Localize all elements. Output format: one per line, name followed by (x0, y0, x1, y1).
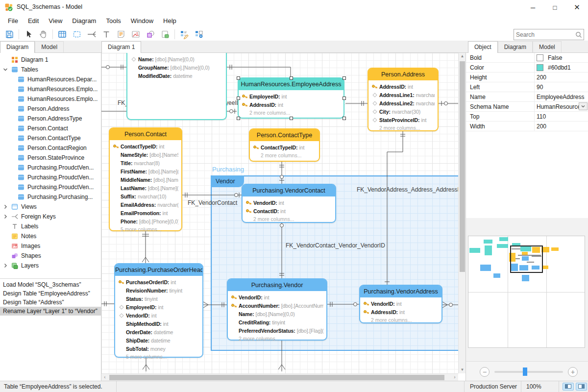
history-item[interactable]: Load Model “SQL_3schemas” (0, 280, 101, 289)
menu-tools[interactable]: Tools (101, 15, 125, 27)
selection-handle[interactable] (343, 76, 346, 80)
property-value[interactable]: HumanResources (534, 102, 588, 111)
sidebar-item-person-contacttype[interactable]: Person.ContactType (0, 133, 101, 143)
selection-handle[interactable] (343, 97, 346, 100)
diagram-table-person-contact[interactable]: Person.ContactContactTypeID:intNameStyle… (109, 127, 182, 231)
property-value[interactable]: 90 (534, 82, 588, 92)
sidebar-item-person-contact[interactable]: Person.Contact (0, 123, 101, 133)
sidebar-item-humanresources-emplo-[interactable]: HumanResources.Emplo... (0, 94, 101, 104)
diagram-table-person-contacttype[interactable]: Person.ContactTypeContactTypeID:int2 mor… (249, 128, 320, 162)
property-row-width[interactable]: Width200 (466, 122, 588, 131)
status-server[interactable]: Production Server (470, 381, 517, 392)
overview-minimap[interactable] (468, 236, 585, 348)
save-icon[interactable] (2, 28, 17, 40)
table-title[interactable]: Person.Contact (110, 128, 181, 140)
checkbox[interactable] (537, 54, 543, 61)
color-swatch[interactable] (537, 64, 543, 71)
diagram-canvas[interactable]: Vendor Purchasing FK_EmployeeAddress_Emp… (101, 53, 458, 373)
sidebar-item-purchasing-proudctven-[interactable]: Purchasing.ProudctVen... (0, 182, 101, 192)
menu-diagram[interactable]: Diagram (67, 15, 101, 27)
diagram-table-purchase-order-header[interactable]: Purchasing.PurchaseOrderHeaderPurchaseOr… (114, 263, 203, 358)
minimize-button[interactable]: ─ (522, 0, 544, 15)
zoom-slider-handle[interactable] (523, 368, 527, 376)
menu-edit[interactable]: Edit (23, 15, 44, 27)
table-title[interactable]: Purchasing.Vendor (228, 279, 326, 291)
search-input[interactable] (514, 31, 574, 38)
sidebar-item-person-stateprovince[interactable]: Person.StateProvince (0, 153, 101, 163)
sidebar-item-humanresources-emplo-[interactable]: HumanResources.Emplo... (0, 84, 101, 94)
canvas-tab-diagram-1[interactable]: Diagram 1 (101, 41, 141, 53)
table-title[interactable]: Person.ContactType (250, 129, 319, 141)
chevron-down-icon[interactable] (2, 66, 11, 73)
diagram-table-person-address[interactable]: Person.AddressAddressID:intAddressLine1:… (368, 68, 439, 131)
chevron-right-icon[interactable] (2, 203, 11, 210)
selection-icon[interactable] (70, 28, 84, 40)
dropdown-arrow-icon[interactable] (579, 102, 588, 110)
scroll-left-icon[interactable]: ‹ (101, 374, 108, 381)
sidebar-item-person-address[interactable]: Person.Address (0, 104, 101, 114)
property-value[interactable]: False (534, 53, 588, 62)
scroll-down-icon[interactable]: ▼ (459, 367, 466, 373)
scroll-right-icon[interactable]: › (451, 374, 458, 381)
toggle-left-panel-icon[interactable] (563, 383, 574, 391)
property-value[interactable]: EmployeeAddress (534, 92, 588, 101)
property-row-color[interactable]: Color#60dbd1 (466, 63, 588, 73)
property-value[interactable]: 200 (534, 122, 588, 131)
table-title[interactable]: Purchasing.VendorContact (243, 185, 335, 196)
panel-tab-diagram[interactable]: Diagram (498, 41, 533, 52)
diagram-table-vendor-address[interactable]: Purchasing.VendorAddressVendorID:intAddr… (359, 285, 442, 323)
history-item[interactable]: Design Table “Address” (0, 298, 101, 307)
chevron-right-icon[interactable] (2, 262, 11, 269)
property-row-height[interactable]: Height200 (466, 73, 588, 82)
selection-handle[interactable] (290, 76, 293, 80)
sidebar-item-images[interactable]: Images (0, 241, 101, 251)
selection-handle[interactable] (290, 117, 293, 120)
label-icon[interactable] (99, 28, 114, 40)
zoom-slider-track[interactable] (494, 371, 563, 373)
menu-help[interactable]: Help (158, 15, 181, 27)
property-row-bold[interactable]: BoldFalse (466, 53, 588, 63)
property-value[interactable]: #60dbd1 (534, 63, 588, 72)
sidebar-item-views[interactable]: Views (0, 202, 101, 212)
menu-window[interactable]: Window (126, 15, 158, 27)
chevron-right-icon[interactable] (2, 213, 11, 220)
selection-handle[interactable] (237, 76, 240, 80)
table-title[interactable]: HumanResources.EmployeeAddress (239, 78, 343, 90)
sidebar-item-diagram-1[interactable]: Diagram 1 (0, 55, 101, 65)
sidebar-item-foreign-keys[interactable]: Foreign Keys (0, 212, 101, 221)
property-row-left[interactable]: Left90 (466, 82, 588, 92)
fk-label[interactable]: FK_VendorContact_Vendor_VendorID (286, 242, 385, 249)
menu-view[interactable]: View (44, 15, 67, 27)
toggle-right-panel-icon[interactable] (576, 383, 587, 391)
model-sync-icon[interactable] (192, 28, 206, 40)
vertical-scroll-thumb[interactable] (460, 61, 465, 272)
history-item[interactable]: Design Table “EmployeeAddress” (0, 289, 101, 298)
history-item[interactable]: Rename Layer “Layer 1” to “Vendor” (0, 307, 101, 316)
sidebar-item-purchasing-proudctven-[interactable]: Purchasing.ProudctVen... (0, 163, 101, 172)
vertical-scrollbar[interactable]: ▲ ▼ (458, 53, 466, 373)
close-button[interactable]: ✕ (566, 0, 588, 15)
diagram-table-employee-address[interactable]: HumanResources.EmployeeAddressEmployeeID… (238, 77, 344, 119)
selection-handle[interactable] (343, 117, 346, 120)
table-title[interactable]: Person.Address (368, 69, 438, 80)
cursor-icon[interactable] (21, 28, 36, 40)
horizontal-scrollbar[interactable]: ‹ › (101, 373, 458, 381)
sidebar-item-person-addresstype[interactable]: Person.AddressType (0, 114, 101, 123)
panel-tab-object[interactable]: Object (468, 41, 498, 53)
fk-label[interactable]: FK_VendorContact (188, 199, 237, 206)
image-icon[interactable] (128, 28, 143, 40)
property-value[interactable]: 110 (534, 112, 588, 121)
selection-handle[interactable] (237, 97, 240, 100)
hand-icon[interactable] (36, 28, 50, 40)
fk-label[interactable]: FK_VendorAddress_Address_AddressID (357, 186, 458, 193)
menu-file[interactable]: File (3, 15, 23, 27)
horizontal-scroll-thumb[interactable] (109, 375, 444, 380)
sidebar-tab-diagram[interactable]: Diagram (0, 41, 35, 53)
model-design-icon[interactable] (177, 28, 192, 40)
property-value[interactable]: 200 (534, 73, 588, 82)
diagram-table-vendor[interactable]: Purchasing.VendorVendorID:intAccountNumb… (227, 278, 327, 341)
property-row-top[interactable]: Top110 (466, 112, 588, 122)
status-zoom-level[interactable]: 100% (526, 381, 541, 392)
sidebar-item-humanresources-depar-[interactable]: HumanResources.Depar... (0, 74, 101, 84)
diagram-table-department-partial[interactable]: Name:[dbo].[Name](0,0)GroupName:[dbo].[N… (126, 53, 227, 120)
